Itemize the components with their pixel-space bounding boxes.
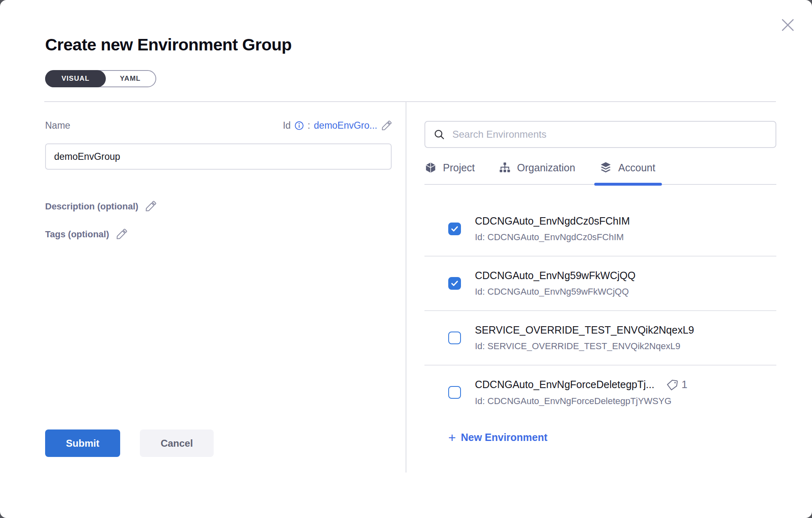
org-chart-icon — [499, 161, 511, 174]
close-icon[interactable] — [780, 17, 796, 33]
search-environments-input[interactable] — [452, 128, 767, 141]
tab-project-label: Project — [443, 162, 475, 174]
tab-organization-label: Organization — [517, 162, 575, 174]
tab-yaml[interactable]: YAML — [105, 70, 155, 87]
name-input[interactable] — [45, 143, 392, 170]
environment-name: CDCNGAuto_EnvNg59wFkWCjQQ — [475, 270, 636, 282]
new-environment-label: New Environment — [461, 432, 547, 443]
environment-name: CDCNGAuto_EnvNgForceDeletegpTj... — [475, 379, 655, 391]
cancel-button[interactable]: Cancel — [140, 429, 214, 457]
edit-tags-pencil-icon[interactable] — [116, 229, 127, 240]
scope-tabs: Project Organization Account — [424, 161, 776, 185]
environment-name: CDCNGAuto_EnvNgdCz0sFChIM — [475, 215, 630, 227]
search-box — [424, 121, 776, 148]
environment-text: CDCNGAuto_EnvNgForceDeletegpTj... 1 Id: … — [475, 378, 776, 406]
environment-name: SERVICE_OVERRIDE_TEST_ENVQik2NqexL9 — [475, 324, 694, 336]
id-separator: : — [308, 120, 310, 131]
create-environment-group-modal: Create new Environment Group VISUAL YAML… — [0, 0, 812, 518]
env-checkbox[interactable] — [448, 277, 461, 290]
name-label-row: Name Id : demoEnvGro... — [45, 120, 392, 131]
environment-id: Id: CDCNGAuto_EnvNg59wFkWCjQQ — [475, 286, 776, 297]
cube-icon — [424, 161, 437, 174]
page-title: Create new Environment Group — [45, 35, 812, 55]
tags-row: Tags (optional) — [45, 229, 392, 240]
tag-badge: 1 — [666, 378, 687, 391]
layers-icon — [599, 161, 612, 174]
env-checkbox[interactable] — [448, 223, 461, 235]
environment-id: Id: SERVICE_OVERRIDE_TEST_ENVQik2NqexL9 — [475, 341, 776, 352]
environment-row[interactable]: CDCNGAuto_EnvNgForceDeletegpTj... 1 Id: … — [424, 366, 776, 406]
env-checkbox[interactable] — [448, 386, 461, 399]
name-label: Name — [45, 120, 70, 131]
id-value-link[interactable]: demoEnvGro... — [314, 120, 377, 131]
env-checkbox[interactable] — [448, 332, 461, 344]
tab-account[interactable]: Account — [599, 161, 655, 184]
info-icon[interactable] — [294, 121, 304, 130]
new-environment-button[interactable]: + New Environment — [448, 432, 776, 443]
tab-organization[interactable]: Organization — [499, 161, 575, 184]
environment-row[interactable]: CDCNGAuto_EnvNg59wFkWCjQQ Id: CDCNGAuto_… — [424, 257, 776, 311]
environment-text: CDCNGAuto_EnvNg59wFkWCjQQ Id: CDCNGAuto_… — [475, 270, 776, 297]
description-row: Description (optional) — [45, 201, 392, 212]
tag-icon — [666, 379, 678, 391]
environment-row[interactable]: CDCNGAuto_EnvNgdCz0sFChIM Id: CDCNGAuto_… — [424, 202, 776, 257]
submit-button[interactable]: Submit — [45, 429, 120, 457]
form-buttons: Submit Cancel — [45, 429, 392, 457]
environments-panel: Project Organization Account — [406, 102, 776, 473]
tab-visual[interactable]: VISUAL — [45, 70, 106, 87]
environment-id: Id: CDCNGAuto_EnvNgdCz0sFChIM — [475, 232, 776, 243]
plus-icon: + — [448, 432, 456, 443]
tab-project[interactable]: Project — [424, 161, 475, 184]
form-column: Name Id : demoEnvGro... Description (opt… — [45, 102, 406, 473]
environment-text: CDCNGAuto_EnvNgdCz0sFChIM Id: CDCNGAuto_… — [475, 215, 776, 243]
environment-row[interactable]: SERVICE_OVERRIDE_TEST_ENVQik2NqexL9 Id: … — [424, 311, 776, 366]
environment-text: SERVICE_OVERRIDE_TEST_ENVQik2NqexL9 Id: … — [475, 324, 776, 352]
environment-id: Id: CDCNGAuto_EnvNgForceDeletegpTjYWSYG — [475, 396, 776, 406]
tags-label: Tags (optional) — [45, 229, 109, 240]
tab-account-label: Account — [618, 162, 655, 174]
search-icon — [433, 129, 445, 140]
visual-yaml-toggle: VISUAL YAML — [45, 70, 156, 87]
edit-description-pencil-icon[interactable] — [145, 201, 156, 212]
id-label: Id — [283, 120, 291, 131]
modal-body: Name Id : demoEnvGro... Description (opt… — [45, 102, 776, 473]
edit-id-pencil-icon[interactable] — [381, 120, 392, 131]
description-label: Description (optional) — [45, 201, 138, 212]
environment-list: CDCNGAuto_EnvNgdCz0sFChIM Id: CDCNGAuto_… — [424, 202, 776, 406]
id-group: Id : demoEnvGro... — [283, 120, 392, 131]
tag-count: 1 — [682, 378, 687, 391]
